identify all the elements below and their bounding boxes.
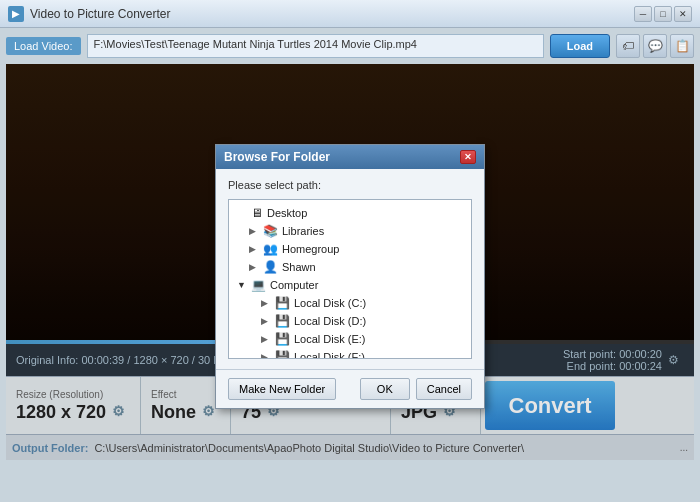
tree-item-computer[interactable]: ▼ 💻 Computer — [233, 276, 467, 294]
folder-icon: 🖥 — [251, 206, 263, 220]
dialog-close-button[interactable]: ✕ — [460, 150, 476, 164]
tree-item-shawn[interactable]: ▶ 👤 Shawn — [233, 258, 467, 276]
arrow-icon: ▶ — [261, 298, 271, 308]
dialog-body: Please select path: 🖥 Desktop ▶ 📚 Librar… — [216, 169, 484, 369]
dialog-title: Browse For Folder — [224, 150, 330, 164]
tree-item-homegroup[interactable]: ▶ 👥 Homegroup — [233, 240, 467, 258]
close-button[interactable]: ✕ — [674, 6, 692, 22]
load-button[interactable]: Load — [550, 34, 610, 58]
folder-icon: 📚 — [263, 224, 278, 238]
tree-item-libraries[interactable]: ▶ 📚 Libraries — [233, 222, 467, 240]
arrow-icon: ▶ — [249, 244, 259, 254]
minimize-button[interactable]: ─ — [634, 6, 652, 22]
folder-icon: 💾 — [275, 350, 290, 359]
dialog-overlay: Browse For Folder ✕ Please select path: … — [6, 64, 694, 460]
app-body: Load Video: F:\Movies\Test\Teenage Mutan… — [0, 28, 700, 502]
arrow-icon: ▶ — [249, 262, 259, 272]
load-bar: Load Video: F:\Movies\Test\Teenage Mutan… — [6, 34, 694, 58]
info-icon[interactable]: 📋 — [670, 34, 694, 58]
app-icon: ▶ — [8, 6, 24, 22]
make-new-folder-button[interactable]: Make New Folder — [228, 378, 336, 400]
video-wrapper: Original Info: 00:00:39 / 1280 × 720 / 3… — [6, 64, 694, 460]
folder-icon: 👥 — [263, 242, 278, 256]
tree-item-desktop[interactable]: 🖥 Desktop — [233, 204, 467, 222]
tree-item-disk-d[interactable]: ▶ 💾 Local Disk (D:) — [233, 312, 467, 330]
window-controls: ─ □ ✕ — [634, 6, 692, 22]
chat-icon[interactable]: 💬 — [643, 34, 667, 58]
arrow-icon: ▶ — [261, 316, 271, 326]
load-label: Load Video: — [6, 37, 81, 55]
folder-icon: 💾 — [275, 314, 290, 328]
title-bar-left: ▶ Video to Picture Converter — [8, 6, 171, 22]
dialog-action-buttons: OK Cancel — [360, 378, 472, 400]
folder-tree[interactable]: 🖥 Desktop ▶ 📚 Libraries ▶ 👥 Homegroup — [228, 199, 472, 359]
dialog-title-bar: Browse For Folder ✕ — [216, 145, 484, 169]
tree-item-disk-e[interactable]: ▶ 💾 Local Disk (E:) — [233, 330, 467, 348]
app-title: Video to Picture Converter — [30, 7, 171, 21]
folder-icon: 💾 — [275, 296, 290, 310]
toolbar-icons: 🏷 💬 📋 — [616, 34, 694, 58]
load-path: F:\Movies\Test\Teenage Mutant Ninja Turt… — [87, 34, 544, 58]
tag-icon[interactable]: 🏷 — [616, 34, 640, 58]
dialog-footer: Make New Folder OK Cancel — [216, 369, 484, 408]
arrow-icon: ▼ — [237, 280, 247, 290]
dialog-cancel-button[interactable]: Cancel — [416, 378, 472, 400]
title-bar: ▶ Video to Picture Converter ─ □ ✕ — [0, 0, 700, 28]
tree-item-disk-f[interactable]: ▶ 💾 Local Disk (F:) — [233, 348, 467, 359]
maximize-button[interactable]: □ — [654, 6, 672, 22]
arrow-icon: ▶ — [249, 226, 259, 236]
tree-item-disk-c[interactable]: ▶ 💾 Local Disk (C:) — [233, 294, 467, 312]
dialog-ok-button[interactable]: OK — [360, 378, 410, 400]
folder-icon: 👤 — [263, 260, 278, 274]
folder-icon: 💾 — [275, 332, 290, 346]
arrow-icon: ▶ — [261, 334, 271, 344]
arrow-icon: ▶ — [261, 352, 271, 359]
browse-folder-dialog: Browse For Folder ✕ Please select path: … — [215, 144, 485, 409]
folder-icon: 💻 — [251, 278, 266, 292]
dialog-instruction: Please select path: — [228, 179, 472, 191]
